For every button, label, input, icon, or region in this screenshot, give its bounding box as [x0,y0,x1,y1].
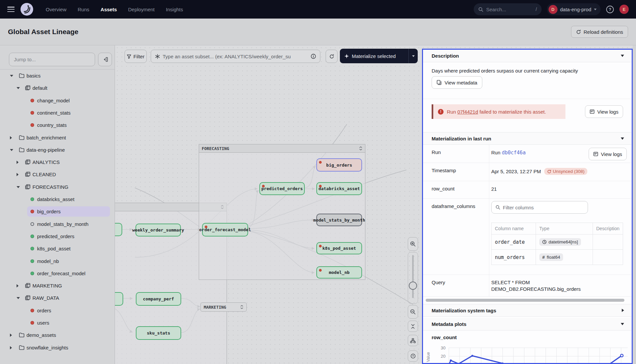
chevron-down-icon [621,55,624,57]
top-nav: Overview Runs Assets Deployment Insights… [0,0,636,19]
node-label: weekly_order_summary [132,228,184,233]
tree-caret-icon[interactable] [10,149,13,151]
recenter-button[interactable] [408,350,418,362]
layout-tree-button[interactable] [408,335,418,346]
collapse-sidebar-button[interactable] [98,53,112,66]
info-icon[interactable] [311,54,316,59]
sidebar-item-default[interactable]: default [0,83,115,93]
nav-item-runs[interactable]: Runs [78,7,89,12]
tree-caret-icon[interactable] [17,161,19,164]
tree-caret-icon[interactable] [17,87,20,89]
metadata-plots-section-header[interactable]: Metadata plots [423,318,631,331]
group-collapse-icon[interactable] [359,146,362,150]
nav-item-overview[interactable]: Overview [46,7,67,12]
system-tags-section-header[interactable]: Materialization system tags [423,304,631,317]
sidebar-item-data-eng-pipeline[interactable]: data-eng-pipeline [0,145,115,155]
graph-node-big_orders[interactable]: big_orders [316,158,362,172]
zoom-slider-track[interactable] [412,255,414,298]
graph-node-predicted_orders[interactable]: predicted_orders [259,182,305,195]
tree-caret-icon[interactable] [10,136,12,139]
horizontal-scrollbar[interactable] [426,299,624,302]
sidebar-item-users[interactable]: users [0,318,115,328]
sidebar-item-big_orders[interactable]: big_orders [0,206,115,217]
graph-node-weekly_order_summary[interactable]: weekly_order_summary [135,224,181,236]
graph-node-clipped[interactable] [115,223,122,236]
sidebar-item-batch_enrichment[interactable]: batch_enrichment [0,132,115,143]
graph-node-clipped[interactable] [115,292,123,306]
materialization-section-header[interactable]: Materialization in last run [423,132,631,145]
sidebar-item-model_nb[interactable]: model_nb [0,256,115,266]
reload-definitions-button[interactable]: Reload definitions [571,26,628,38]
zoom-out-button[interactable] [408,305,418,319]
nav-item-insights[interactable]: Insights [166,7,183,12]
refresh-graph-button[interactable] [326,50,338,63]
sidebar-item-ANALYTICS[interactable]: ANALYTICS [0,157,115,167]
nav-item-assets[interactable]: Assets [101,7,117,12]
sidebar-item-snowflake_insights[interactable]: snowflake_insights [0,342,115,353]
sidebar-item-RAW_DATA[interactable]: RAW_DATA [0,293,115,303]
tree-caret-icon[interactable] [17,173,19,176]
help-icon[interactable]: ? [606,5,614,14]
sidebar-item-databricks_asset[interactable]: databricks_asset [0,194,115,204]
node-label: company_perf [143,296,174,301]
asset-status-dot [30,99,34,102]
graph-node-order_forecast_model[interactable]: order_forecast_model [202,223,248,236]
hamburger-menu-icon[interactable] [7,7,15,12]
sidebar-item-label: continent_stats [37,110,71,116]
sidebar-item-continent_stats[interactable]: continent_stats [0,108,115,118]
tree-caret-icon[interactable] [10,334,12,337]
filter-button[interactable]: Filter [125,50,147,63]
tree-caret-icon[interactable] [17,186,20,188]
sidebar-item-country_stats[interactable]: country_stats [0,120,115,130]
description-section-header[interactable]: Description [423,50,631,62]
sidebar-item-order_forecast_model[interactable]: order_forecast_model [0,268,115,279]
tree-caret-icon[interactable] [17,284,19,287]
jump-to-input[interactable] [9,53,95,66]
materialize-selected-button[interactable]: Materialize selected [340,49,418,63]
materialize-dropdown-button[interactable] [408,49,418,63]
search-shortcut-hint: / [536,7,537,12]
sidebar-item-demo_assets[interactable]: demo_assets [0,330,115,340]
graph-node-k8s_pod_asset[interactable]: k8s_pod_asset [316,242,362,254]
graph-node-databricks_asset[interactable]: databricks_asset [316,182,362,195]
logs-icon [590,109,595,114]
run-id-link[interactable]: db0cf46a [502,150,526,156]
columns-table: Column name Type Description order_date … [491,223,623,265]
deployment-switcher[interactable]: D data-eng-prod [547,3,601,15]
tree-caret-icon[interactable] [10,75,13,77]
nav-item-deployment[interactable]: Deployment [128,7,155,12]
collapse-groups-button[interactable] [408,321,418,332]
user-avatar[interactable]: E [619,5,629,14]
sidebar-item-orders[interactable]: orders [0,305,115,316]
asset-group-marketing-collapsed[interactable]: MARKETING [200,302,247,312]
group-collapse-icon[interactable] [240,305,243,309]
sidebar-item-change_model[interactable]: change_model [0,95,115,106]
sidebar-item-CLEANED[interactable]: CLEANED [0,169,115,180]
failed-run-link[interactable]: 07f4421d [457,109,478,115]
global-search-input[interactable]: Search... / [474,3,542,15]
graph-node-company_perf[interactable]: company_perf [136,292,181,306]
view-metadata-button[interactable]: View metadata [432,76,482,89]
panel-collapse-icon [102,57,108,62]
sidebar-item-predicted_orders[interactable]: predicted_orders [0,231,115,241]
graph-node-model_stats_by_month[interactable]: model_stats_by_month [316,214,362,226]
sidebar-item-k8s_pod_asset[interactable]: k8s_pod_asset [0,243,115,254]
alert-view-logs-button[interactable]: View logs [585,105,623,118]
run-view-logs-button[interactable]: View logs [589,148,627,160]
sidebar-item-model_stats_by_month[interactable]: model_stats_by_month [0,219,115,229]
sidebar-item-basics[interactable]: basics [0,71,115,81]
graph-node-model_nb[interactable]: model_nb [316,266,362,279]
asset-status-ring [30,222,34,226]
sidebar-item-FORECASTING[interactable]: FORECASTING [0,182,115,192]
tree-caret-icon[interactable] [17,297,20,299]
graph-node-sku_stats[interactable]: sku_stats [136,326,181,340]
sidebar-item-label: snowflake_insights [26,345,68,350]
zoom-slider-handle[interactable] [409,282,417,290]
zoom-in-button[interactable] [408,237,418,251]
filter-columns-input[interactable]: Filter columns [491,201,588,214]
asset-subset-input[interactable]: Type an asset subset... (ex: ANALYTICS/w… [151,50,320,63]
unsynced-badge[interactable]: Unsynced (308) [544,168,587,175]
tree-caret-icon[interactable] [10,346,12,349]
dagster-logo[interactable] [21,3,33,16]
sidebar-item-MARKETING[interactable]: MARKETING [0,281,115,291]
